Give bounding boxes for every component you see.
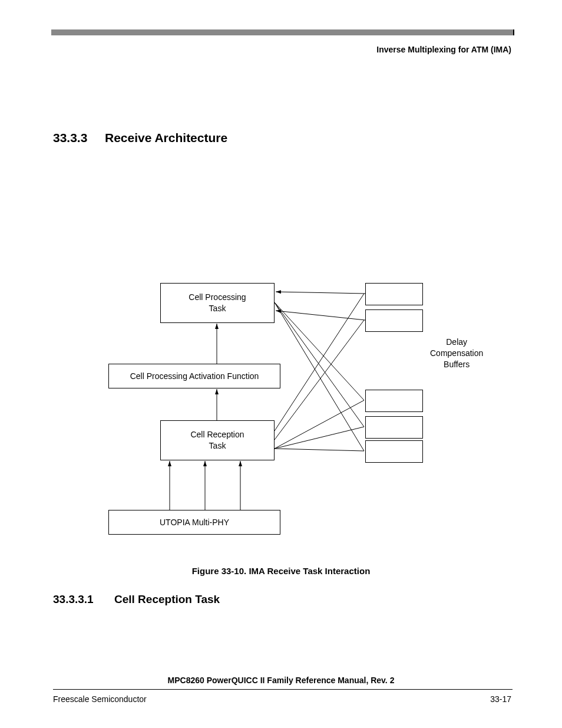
svg-line-7 [275,302,364,400]
buffer-box [365,309,423,332]
footer-manual-title: MPC8260 PowerQUICC II Family Reference M… [0,676,562,685]
figure-diagram: Cell Processing Task Cell Processing Act… [53,274,513,557]
svg-line-8 [275,302,364,427]
svg-line-13 [275,427,364,449]
section-title: Receive Architecture [105,131,227,145]
figure-caption: Figure 33-10. IMA Receive Task Interacti… [0,566,562,576]
svg-line-11 [275,320,364,440]
subsection-number: 33.3.3.1 [53,593,94,606]
header-bar [51,29,514,35]
svg-line-10 [275,294,364,431]
box-activation-function: Cell Processing Activation Function [108,364,280,388]
box-label: Cell Reception Task [190,429,244,452]
svg-line-5 [276,292,365,294]
footer-rule [53,689,513,690]
chapter-title: Inverse Multiplexing for ATM (IMA) [376,45,511,54]
buffer-box [365,416,423,439]
buffers-label-text: Delay Compensation Buffers [430,337,483,369]
box-utopia-multiphy: UTOPIA Multi-PHY [108,510,280,535]
svg-line-14 [275,449,364,451]
box-label: Cell Processing Activation Function [130,371,259,382]
subsection-title: Cell Reception Task [114,593,220,606]
buffer-box [365,283,423,305]
box-cell-reception-task: Cell Reception Task [160,420,275,460]
footer-company: Freescale Semiconductor [53,694,147,704]
section-number: 33.3.3 [53,131,87,145]
svg-line-6 [276,311,365,320]
buffers-label: Delay Compensation Buffers [430,337,483,370]
box-label: UTOPIA Multi-PHY [160,517,229,528]
svg-line-12 [275,400,364,449]
buffer-box [365,440,423,463]
box-label: Cell Processing Task [189,292,246,314]
box-cell-processing-task: Cell Processing Task [160,283,275,323]
svg-line-9 [275,302,364,451]
footer-page-number: 33-17 [490,694,511,704]
buffer-box [365,390,423,412]
